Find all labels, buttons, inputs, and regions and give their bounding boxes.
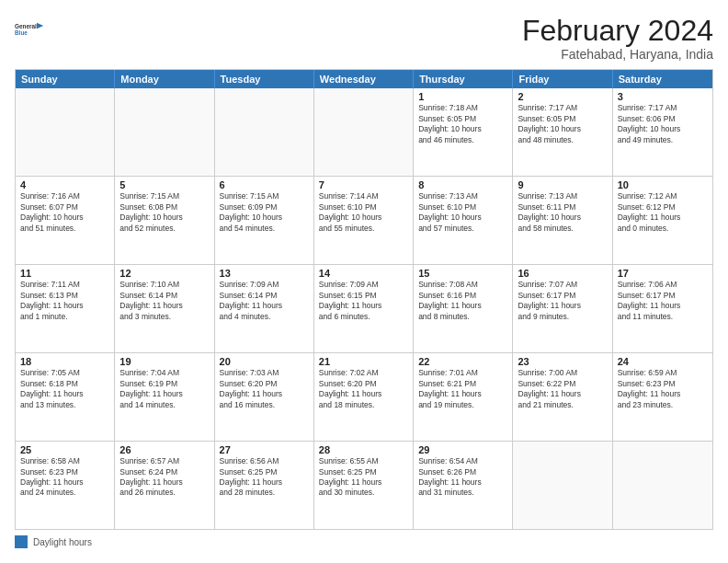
sub-title: Fatehabad, Haryana, India bbox=[522, 47, 713, 62]
day-info: Sunrise: 7:01 AM Sunset: 6:21 PM Dayligh… bbox=[418, 368, 507, 410]
cal-cell: 16Sunrise: 7:07 AM Sunset: 6:17 PM Dayli… bbox=[513, 265, 612, 352]
day-number: 27 bbox=[220, 444, 309, 455]
day-number: 11 bbox=[20, 268, 109, 279]
day-number: 18 bbox=[20, 356, 109, 367]
svg-text:Blue: Blue bbox=[15, 29, 28, 36]
cal-header-day: Wednesday bbox=[314, 70, 414, 88]
day-info: Sunrise: 7:11 AM Sunset: 6:13 PM Dayligh… bbox=[20, 280, 109, 322]
day-info: Sunrise: 7:02 AM Sunset: 6:20 PM Dayligh… bbox=[319, 368, 408, 410]
day-number: 26 bbox=[119, 444, 209, 455]
cal-header-day: Thursday bbox=[414, 70, 513, 88]
day-info: Sunrise: 6:58 AM Sunset: 6:23 PM Dayligh… bbox=[20, 456, 109, 499]
cal-cell bbox=[16, 88, 115, 176]
logo: GeneralBlue bbox=[15, 15, 44, 44]
day-number: 22 bbox=[418, 356, 507, 367]
day-info: Sunrise: 7:09 AM Sunset: 6:14 PM Dayligh… bbox=[220, 280, 309, 322]
cal-cell: 6Sunrise: 7:15 AM Sunset: 6:09 PM Daylig… bbox=[215, 177, 314, 264]
cal-cell: 18Sunrise: 7:05 AM Sunset: 6:18 PM Dayli… bbox=[16, 353, 115, 441]
cal-cell: 5Sunrise: 7:15 AM Sunset: 6:08 PM Daylig… bbox=[115, 177, 214, 264]
day-number: 28 bbox=[319, 444, 408, 455]
cal-row: 11Sunrise: 7:11 AM Sunset: 6:13 PM Dayli… bbox=[16, 265, 712, 353]
day-number: 4 bbox=[20, 179, 109, 190]
cal-cell: 23Sunrise: 7:00 AM Sunset: 6:22 PM Dayli… bbox=[513, 353, 612, 441]
main-title: February 2024 bbox=[522, 15, 713, 47]
day-number: 9 bbox=[518, 179, 607, 190]
cal-row: 18Sunrise: 7:05 AM Sunset: 6:18 PM Dayli… bbox=[16, 353, 712, 442]
day-number: 23 bbox=[518, 356, 607, 367]
cal-cell bbox=[314, 88, 414, 176]
day-info: Sunrise: 7:05 AM Sunset: 6:18 PM Dayligh… bbox=[20, 368, 109, 410]
cal-cell: 10Sunrise: 7:12 AM Sunset: 6:12 PM Dayli… bbox=[613, 177, 712, 264]
day-number: 14 bbox=[319, 268, 408, 279]
day-info: Sunrise: 7:13 AM Sunset: 6:10 PM Dayligh… bbox=[418, 191, 507, 234]
day-number: 5 bbox=[119, 179, 209, 190]
cal-cell: 1Sunrise: 7:18 AM Sunset: 6:05 PM Daylig… bbox=[414, 88, 513, 176]
cal-header-day: Saturday bbox=[613, 70, 712, 88]
cal-cell: 21Sunrise: 7:02 AM Sunset: 6:20 PM Dayli… bbox=[314, 353, 414, 441]
day-info: Sunrise: 7:00 AM Sunset: 6:22 PM Dayligh… bbox=[518, 368, 607, 410]
cal-cell: 8Sunrise: 7:13 AM Sunset: 6:10 PM Daylig… bbox=[414, 177, 513, 264]
header: GeneralBlue February 2024 Fatehabad, Har… bbox=[15, 15, 713, 62]
day-number: 15 bbox=[418, 268, 507, 279]
day-number: 3 bbox=[618, 91, 708, 102]
legend-label: Daylight hours bbox=[33, 537, 92, 547]
cal-cell: 4Sunrise: 7:16 AM Sunset: 6:07 PM Daylig… bbox=[16, 177, 115, 264]
cal-cell: 24Sunrise: 6:59 AM Sunset: 6:23 PM Dayli… bbox=[613, 353, 712, 441]
day-number: 12 bbox=[119, 268, 209, 279]
cal-cell: 12Sunrise: 7:10 AM Sunset: 6:14 PM Dayli… bbox=[115, 265, 214, 352]
day-info: Sunrise: 6:56 AM Sunset: 6:25 PM Dayligh… bbox=[220, 456, 309, 499]
day-number: 6 bbox=[220, 179, 309, 190]
day-number: 8 bbox=[418, 179, 507, 190]
day-info: Sunrise: 7:06 AM Sunset: 6:17 PM Dayligh… bbox=[618, 280, 708, 322]
calendar-header: SundayMondayTuesdayWednesdayThursdayFrid… bbox=[16, 70, 712, 88]
day-info: Sunrise: 7:13 AM Sunset: 6:11 PM Dayligh… bbox=[518, 191, 607, 234]
day-info: Sunrise: 7:03 AM Sunset: 6:20 PM Dayligh… bbox=[220, 368, 309, 410]
day-info: Sunrise: 7:18 AM Sunset: 6:05 PM Dayligh… bbox=[418, 103, 507, 145]
cal-cell bbox=[115, 88, 214, 176]
day-number: 24 bbox=[618, 356, 708, 367]
day-info: Sunrise: 7:10 AM Sunset: 6:14 PM Dayligh… bbox=[119, 280, 209, 322]
cal-row: 1Sunrise: 7:18 AM Sunset: 6:05 PM Daylig… bbox=[16, 88, 712, 177]
cal-header-day: Monday bbox=[115, 70, 214, 88]
cal-header-day: Sunday bbox=[16, 70, 115, 88]
cal-cell bbox=[513, 442, 612, 529]
day-info: Sunrise: 6:59 AM Sunset: 6:23 PM Dayligh… bbox=[618, 368, 708, 410]
footer: Daylight hours bbox=[15, 535, 713, 548]
cal-cell: 17Sunrise: 7:06 AM Sunset: 6:17 PM Dayli… bbox=[613, 265, 712, 352]
title-block: February 2024 Fatehabad, Haryana, India bbox=[522, 15, 713, 62]
day-info: Sunrise: 7:15 AM Sunset: 6:08 PM Dayligh… bbox=[119, 191, 209, 234]
day-info: Sunrise: 7:15 AM Sunset: 6:09 PM Dayligh… bbox=[220, 191, 309, 234]
svg-text:General: General bbox=[15, 23, 37, 29]
cal-header-day: Friday bbox=[513, 70, 612, 88]
day-number: 19 bbox=[119, 356, 209, 367]
cal-cell: 25Sunrise: 6:58 AM Sunset: 6:23 PM Dayli… bbox=[16, 442, 115, 529]
calendar: SundayMondayTuesdayWednesdayThursdayFrid… bbox=[15, 69, 713, 530]
day-info: Sunrise: 7:17 AM Sunset: 6:05 PM Dayligh… bbox=[518, 103, 607, 145]
day-number: 20 bbox=[220, 356, 309, 367]
day-number: 2 bbox=[518, 91, 607, 102]
cal-row: 25Sunrise: 6:58 AM Sunset: 6:23 PM Dayli… bbox=[16, 442, 712, 529]
cal-cell: 22Sunrise: 7:01 AM Sunset: 6:21 PM Dayli… bbox=[414, 353, 513, 441]
day-number: 16 bbox=[518, 268, 607, 279]
cal-cell: 28Sunrise: 6:55 AM Sunset: 6:25 PM Dayli… bbox=[314, 442, 414, 529]
calendar-body: 1Sunrise: 7:18 AM Sunset: 6:05 PM Daylig… bbox=[16, 88, 712, 529]
legend-color-box bbox=[15, 535, 28, 548]
cal-cell: 29Sunrise: 6:54 AM Sunset: 6:26 PM Dayli… bbox=[414, 442, 513, 529]
cal-header-day: Tuesday bbox=[215, 70, 314, 88]
day-number: 29 bbox=[418, 444, 507, 455]
day-info: Sunrise: 7:04 AM Sunset: 6:19 PM Dayligh… bbox=[119, 368, 209, 410]
cal-cell: 27Sunrise: 6:56 AM Sunset: 6:25 PM Dayli… bbox=[215, 442, 314, 529]
day-info: Sunrise: 7:08 AM Sunset: 6:16 PM Dayligh… bbox=[418, 280, 507, 322]
cal-cell: 15Sunrise: 7:08 AM Sunset: 6:16 PM Dayli… bbox=[414, 265, 513, 352]
cal-cell: 9Sunrise: 7:13 AM Sunset: 6:11 PM Daylig… bbox=[513, 177, 612, 264]
cal-cell: 20Sunrise: 7:03 AM Sunset: 6:20 PM Dayli… bbox=[215, 353, 314, 441]
day-number: 13 bbox=[220, 268, 309, 279]
day-info: Sunrise: 7:16 AM Sunset: 6:07 PM Dayligh… bbox=[20, 191, 109, 234]
cal-cell: 3Sunrise: 7:17 AM Sunset: 6:06 PM Daylig… bbox=[613, 88, 712, 176]
day-info: Sunrise: 6:54 AM Sunset: 6:26 PM Dayligh… bbox=[418, 456, 507, 499]
day-info: Sunrise: 7:12 AM Sunset: 6:12 PM Dayligh… bbox=[618, 191, 708, 234]
logo-icon: GeneralBlue bbox=[15, 15, 44, 44]
svg-marker-2 bbox=[37, 23, 43, 29]
day-info: Sunrise: 7:07 AM Sunset: 6:17 PM Dayligh… bbox=[518, 280, 607, 322]
page: GeneralBlue February 2024 Fatehabad, Har… bbox=[0, 0, 728, 563]
